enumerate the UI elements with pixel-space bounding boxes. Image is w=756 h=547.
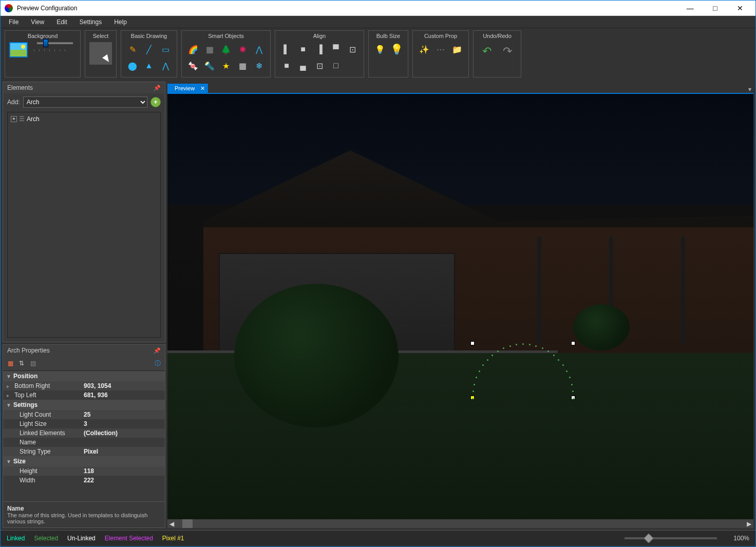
menu-file[interactable]: File [3,17,25,27]
smart-megatree-tool[interactable]: ▦ [202,42,217,56]
align-bottom[interactable]: ▄ [296,58,310,73]
preview-tab[interactable]: Preview ✕ [167,84,208,93]
background-intensity-slider[interactable] [37,42,73,44]
smart-tree-tool[interactable]: 🌲 [219,42,233,56]
ribbon-group-align: Align ▌ ■ ▐ ▀ ⊡ ■ ▄ ⊡ □ [275,30,364,77]
close-button[interactable]: ✕ [728,1,751,15]
prop-category-settings[interactable]: ▼ Settings [3,400,165,410]
tree-expander-icon[interactable]: + [11,116,17,122]
ribbon-title-bulb: Bulb Size [376,32,400,41]
ribbon-group-custom: Custom Prop ✨ ⋯ 📁 [412,30,469,77]
menu-help[interactable]: Help [108,17,133,27]
prop-row-string-type[interactable]: String Type Pixel [3,447,165,456]
scrollbar-thumb[interactable] [182,519,193,528]
pin-icon[interactable]: 📌 [154,347,161,354]
prop-row-linked-elements[interactable]: Linked Elements (Collection) [3,428,165,438]
prop-row-light-count[interactable]: Light Count 25 [3,410,165,419]
draw-rectangle-tool[interactable]: ▭ [158,42,173,56]
draw-line-tool[interactable]: ╱ [142,42,156,56]
menubar: File View Edit Settings Help [1,16,755,28]
handle-top-left[interactable] [470,341,475,345]
match-size[interactable]: □ [329,58,343,73]
menu-view[interactable]: View [25,17,50,27]
draw-ellipse-tool[interactable]: ⬤ [125,58,140,73]
prop-row-top-left[interactable]: ▸ Top Left 681, 936 [3,390,165,400]
add-element-button[interactable]: + [150,97,161,107]
smart-fireworks-tool[interactable]: ✺ [235,42,250,56]
tab-dropdown-icon[interactable]: ▾ [746,86,753,93]
background-image-button[interactable] [9,42,28,57]
smart-icicle-tool[interactable]: ❄ [252,58,266,73]
status-selected: Selected [34,535,58,542]
bulb-smaller-button[interactable]: 💡 [373,42,387,56]
align-right[interactable]: ▐ [312,42,327,56]
chevron-down-icon: ▼ [6,402,11,408]
status-pixel: Pixel #1 [162,535,184,542]
chevron-right-icon[interactable]: ▸ [3,381,12,390]
tree-item-arch[interactable]: + ☰ Arch [10,114,158,124]
tree-item-label: Arch [27,115,40,123]
preview-canvas[interactable] [167,93,753,519]
prop-row-name[interactable]: Name [3,438,165,447]
sort-button[interactable]: ⇅ [16,358,27,368]
porch-column [681,237,685,344]
status-linked: Linked [7,535,25,542]
minimize-button[interactable]: — [678,1,702,15]
prop-category-size[interactable]: ▼ Size [3,456,165,466]
prop-row-width[interactable]: Width 222 [3,476,165,485]
menu-edit[interactable]: Edit [50,17,73,27]
help-icon[interactable]: ⓘ [153,358,163,368]
align-left[interactable]: ▌ [279,42,294,56]
bulb-larger-button[interactable]: 💡 [389,42,404,56]
chevron-right-icon[interactable]: ▸ [3,390,12,400]
smart-spotlight-tool[interactable]: 🔦 [202,58,217,73]
titlebar: Preview Configuration — □ ✕ [1,1,755,16]
maximize-button[interactable]: □ [704,1,727,15]
horizontal-scrollbar[interactable]: ◀ ▶ [167,519,753,528]
preview-area: Preview ✕ ▾ [167,80,755,530]
undo-button[interactable]: ↶ [478,42,496,61]
ribbon-group-undo: Undo/Redo ↶ ↷ [473,30,521,77]
tree-grip-icon: ☰ [19,115,25,123]
scroll-right-icon[interactable]: ▶ [745,519,753,528]
select-tool[interactable] [89,42,112,65]
chevron-down-icon: ▼ [6,459,11,464]
bush [573,304,630,350]
draw-pencil-tool[interactable]: ✎ [125,42,140,56]
ribbon-group-bulb: Bulb Size 💡 💡 [368,30,408,77]
smart-arch-tool[interactable]: 🌈 [186,42,200,56]
scroll-left-icon[interactable]: ◀ [167,519,176,528]
custom-prop-browse[interactable]: 📁 [450,42,464,56]
zoom-slider[interactable] [625,537,717,539]
prop-category-position[interactable]: ▼ Position [3,371,165,381]
smart-matrix-tool[interactable]: ▦ [235,58,250,73]
custom-prop-grid[interactable]: ⋯ [433,42,448,56]
close-tab-icon[interactable]: ✕ [200,85,205,92]
elements-panel-title: Elements [7,84,33,91]
status-element-selected: Element Selected [105,535,153,542]
align-top[interactable]: ▀ [329,42,343,56]
prop-row-bottom-right[interactable]: ▸ Bottom Right 903, 1054 [3,381,165,390]
smart-cane-tool[interactable]: 🍬 [186,58,200,73]
pin-icon[interactable]: 📌 [154,85,161,91]
add-element-select[interactable]: Arch [23,96,147,108]
categorize-button[interactable]: ▦ [5,358,15,368]
distribute-v[interactable]: ⊡ [312,58,327,73]
pages-button[interactable]: ▤ [28,358,38,368]
redo-button[interactable]: ↷ [498,42,517,61]
align-middle[interactable]: ■ [279,58,294,73]
prop-row-height[interactable]: Height 118 [3,466,165,476]
properties-panel: Arch Properties 📌 ▦ ⇅ ▤ ⓘ ▼ Position ▸ B… [3,344,165,528]
ribbon-group-background: Background [5,30,81,77]
smart-line-tool[interactable]: ⋀ [252,42,266,56]
draw-polyline-tool[interactable]: ⋀ [158,58,173,73]
align-center-h[interactable]: ■ [296,42,310,56]
handle-top-right[interactable] [571,341,575,345]
smart-star-tool[interactable]: ★ [219,58,233,73]
menu-settings[interactable]: Settings [73,17,108,27]
custom-prop-wand[interactable]: ✨ [417,42,431,56]
distribute-h[interactable]: ⊡ [345,42,360,56]
prop-row-light-size[interactable]: Light Size 3 [3,419,165,428]
draw-triangle-tool[interactable]: ▲ [142,58,156,73]
slider-ticks [34,49,70,51]
